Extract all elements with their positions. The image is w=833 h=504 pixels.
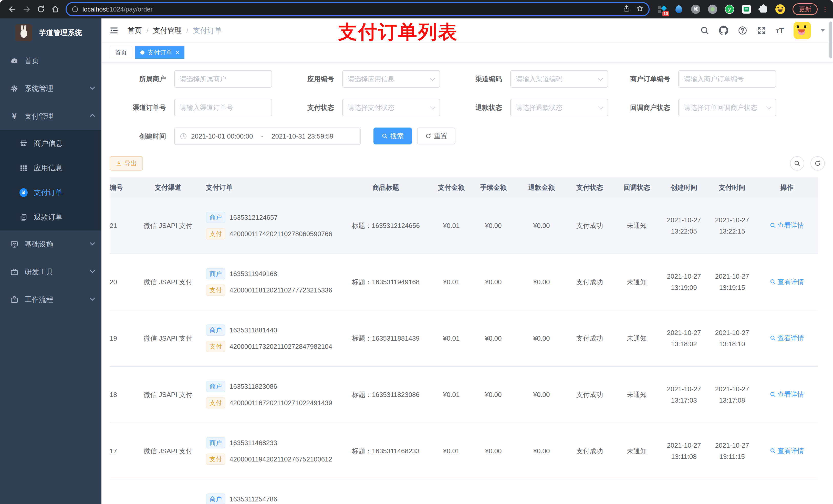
pay-status-select[interactable]: 请选择支付状态: [342, 99, 440, 116]
y-extension-icon[interactable]: y: [724, 4, 735, 14]
forward-icon[interactable]: [20, 2, 34, 16]
gear-icon: [10, 85, 19, 93]
breadcrumb-payment[interactable]: 支付管理: [153, 26, 182, 35]
cell-notify-status: 未通知: [614, 390, 660, 399]
main-content: 支付订单列表 首页 / 支付管理 / 支付订单 TT: [101, 19, 833, 504]
address-bar[interactable]: localhost:1024/pay/order: [66, 2, 649, 16]
cell-order-id: 19: [110, 334, 130, 342]
cell-pay-channel: 微信 JSAPI 支付: [130, 447, 206, 456]
annotation-title: 支付订单列表: [338, 20, 458, 45]
app-select[interactable]: 请选择应用信息: [342, 70, 440, 88]
share-icon[interactable]: [623, 5, 630, 14]
cell-pay-status: 支付成功: [566, 447, 614, 456]
merchant-order-no-input[interactable]: 请输入商户订单编号: [678, 70, 776, 88]
font-size-icon[interactable]: TT: [776, 27, 784, 34]
fold-sidebar-icon[interactable]: [110, 26, 118, 35]
record-extension-icon[interactable]: [708, 4, 718, 14]
monitor-icon: [10, 240, 19, 248]
site-info-icon[interactable]: [72, 6, 78, 13]
cell-pay-status: 支付成功: [566, 221, 614, 230]
kite-extension-icon[interactable]: [674, 4, 684, 14]
app-title: 芋道管理系统: [39, 28, 82, 38]
app-logo: 芋道管理系统: [0, 19, 101, 47]
chevron-down-icon: [430, 75, 435, 81]
cell-notify-status: 未通知: [614, 447, 660, 456]
user-avatar[interactable]: [793, 22, 811, 39]
chevron-up-icon: [90, 114, 95, 119]
search-icon: [382, 133, 388, 139]
notify-status-select[interactable]: 请选择订单回调商户状态: [678, 99, 776, 116]
close-tab-icon[interactable]: ×: [176, 49, 179, 55]
window-scrollbar[interactable]: [829, 22, 832, 58]
pay-order-no: 4200001174202110278060590766: [230, 230, 332, 238]
filter-label-merchant-order-no: 商户订单编号: [614, 74, 670, 83]
back-icon[interactable]: [5, 2, 20, 16]
search-button[interactable]: 搜索: [374, 127, 412, 144]
toggle-search-button[interactable]: [790, 156, 804, 171]
view-detail-link[interactable]: 查看详情: [770, 278, 804, 286]
fullscreen-icon[interactable]: [757, 26, 766, 35]
toolbox-icon: [10, 295, 19, 304]
cell-pay-order: 商户1635311468233支付42000011942021102767521…: [206, 437, 338, 465]
sidebar-item-infrastructure[interactable]: 基础设施: [0, 231, 101, 258]
tiles-extension-icon[interactable]: 10: [657, 4, 667, 14]
refresh-table-button[interactable]: [810, 156, 825, 171]
command-extension-icon[interactable]: ⌘: [691, 4, 701, 14]
chrome-update-button[interactable]: 更新: [792, 3, 818, 15]
yen-circle-icon: ¥: [20, 189, 28, 197]
table-row: 19微信 JSAPI 支付商户1635311881440支付4200001173…: [110, 310, 818, 367]
date-end: 2021-10-31 23:59:59: [271, 133, 333, 140]
documents-icon: [20, 213, 28, 221]
sidebar-item-merchant-info[interactable]: 商户信息: [0, 131, 101, 156]
merchant-order-no: 1635311254786: [230, 495, 277, 503]
export-button[interactable]: 导出: [110, 156, 143, 171]
view-detail-link[interactable]: 查看详情: [770, 221, 804, 230]
help-icon[interactable]: [738, 26, 747, 35]
sidebar-item-payment[interactable]: ¥ 支付管理: [0, 102, 101, 130]
view-detail-link[interactable]: 查看详情: [770, 390, 804, 399]
breadcrumb-pay-order: 支付订单: [193, 26, 222, 35]
search-icon[interactable]: [700, 26, 709, 35]
channel-order-no-input[interactable]: 请输入渠道订单号: [174, 99, 272, 116]
chevron-down-icon: [90, 85, 95, 90]
reset-button[interactable]: 重置: [417, 127, 455, 144]
breadcrumb-home[interactable]: 首页: [127, 26, 142, 35]
filter-label-channel-code: 渠道编码: [446, 74, 502, 83]
tab-home[interactable]: 首页: [110, 46, 132, 59]
avatar-caret-icon[interactable]: [821, 29, 825, 32]
github-icon[interactable]: [719, 26, 728, 35]
sidebar-item-pay-order[interactable]: ¥ 支付订单: [0, 180, 101, 205]
sidebar-item-refund-order[interactable]: 退款订单: [0, 205, 101, 230]
cell-amount: ¥0.01: [433, 447, 469, 455]
sidebar-item-dev-tools[interactable]: 研发工具: [0, 258, 101, 286]
sidebar-item-home[interactable]: 首页: [0, 47, 101, 75]
merchant-select[interactable]: 请选择所属商户: [174, 70, 272, 88]
puzzle-extensions-icon[interactable]: [758, 4, 768, 14]
pay-order-no: 4200001173202110272847982104: [230, 343, 332, 351]
cell-pay-time: 2021-10-2713:22:15: [708, 214, 756, 237]
bookmark-star-icon[interactable]: [636, 5, 643, 14]
view-detail-link[interactable]: 查看详情: [770, 334, 804, 343]
chrome-menu-icon[interactable]: ⋮: [822, 5, 828, 13]
refund-status-select[interactable]: 请选择退款状态: [510, 99, 608, 116]
reload-icon[interactable]: [34, 2, 48, 16]
profile-smiley-icon[interactable]: [775, 4, 785, 14]
sidebar-item-workflow[interactable]: 工作流程: [0, 286, 101, 313]
browser-toolbar: localhost:1024/pay/order 10 ⌘ y 更新 ⋮: [0, 0, 833, 19]
view-detail-link[interactable]: 查看详情: [770, 447, 804, 455]
tab-pay-order[interactable]: 支付订单 ×: [135, 46, 185, 59]
cell-pay-channel: 微信 JSAPI 支付: [130, 221, 206, 230]
channel-code-select[interactable]: 请输入渠道编码: [510, 70, 608, 88]
home-icon[interactable]: [48, 2, 63, 16]
breadcrumb: 首页 / 支付管理 / 支付订单: [127, 26, 222, 35]
create-time-range-picker[interactable]: 2021-10-01 00:00:00 - 2021-10-31 23:59:5…: [174, 127, 361, 145]
grid-icon: [20, 164, 28, 172]
sidebar-item-app-info[interactable]: 应用信息: [0, 156, 101, 180]
cell-pay-time: 2021-10-2713:19:15: [708, 271, 756, 293]
chevron-down-icon: [90, 268, 95, 273]
content-panel: 所属商户 请选择所属商户 应用编号 请选择应用信息 渠道编码 请输入渠道编码 商…: [101, 63, 833, 504]
sidebar-item-system[interactable]: 系统管理: [0, 75, 101, 102]
cell-pay-time: 2021-10-2713:11:15: [708, 440, 756, 462]
chat-extension-icon[interactable]: [741, 4, 752, 14]
cell-create-time: 2021-10-2713:22:05: [660, 214, 708, 237]
